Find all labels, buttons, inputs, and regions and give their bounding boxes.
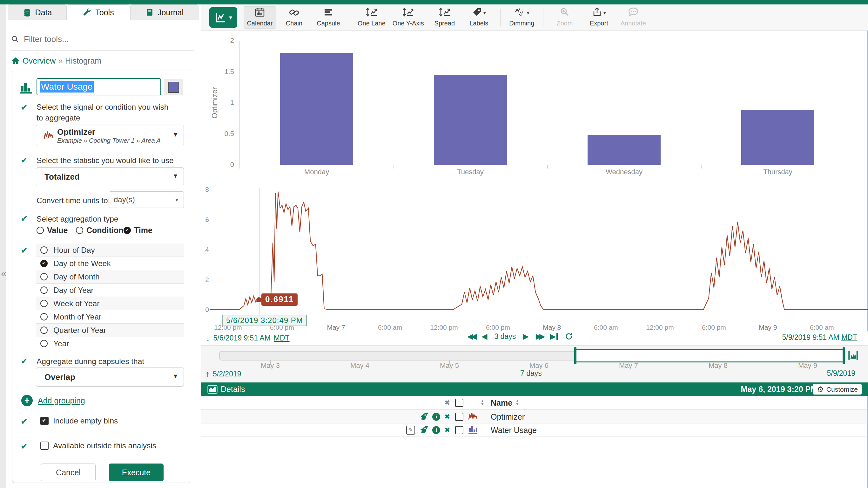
row-checkbox[interactable] bbox=[455, 426, 463, 434]
capsules-select[interactable]: Overlap ▾ bbox=[36, 368, 184, 386]
bin-option-quarter-of-year[interactable]: Quarter of Year bbox=[36, 324, 184, 337]
trend-x-tick-label: 12:00 pm bbox=[417, 324, 471, 331]
signal-select[interactable]: Optimizer Example » Cooling Tower 1 » Ar… bbox=[36, 125, 184, 146]
statistic-select[interactable]: Totalized ▾ bbox=[36, 167, 184, 186]
scrubber-handle-left[interactable] bbox=[574, 347, 577, 364]
step-back-icon[interactable]: ◀ bbox=[482, 332, 487, 341]
remove-item-icon[interactable]: ✖ bbox=[444, 426, 450, 434]
rocket-icon-button[interactable] bbox=[420, 425, 429, 435]
radio-circle-icon bbox=[40, 313, 48, 320]
view-mode-button[interactable]: ▾ bbox=[209, 7, 237, 28]
one-y-axis-icon bbox=[402, 7, 414, 19]
table-row-water-usage: ✎i✖Water UsageArea A bbox=[201, 424, 867, 437]
customize-button[interactable]: ⚙ Customize bbox=[813, 384, 862, 395]
capsule-time-icon[interactable] bbox=[848, 350, 859, 361]
radio-time[interactable]: Time bbox=[124, 226, 152, 235]
info-icon[interactable]: i bbox=[432, 426, 440, 434]
range-start-control[interactable]: ↓ 5/6/2019 9:51 AM MDT bbox=[206, 333, 290, 343]
include-empty-bins-checkbox[interactable]: Include empty bins bbox=[40, 417, 118, 425]
available-outside-checkbox[interactable]: Available outside this analysis bbox=[40, 441, 156, 450]
toolbar-dimming-button[interactable]: ▾Dimming bbox=[506, 6, 538, 29]
toolbar-one-lane-button[interactable]: One Lane bbox=[355, 6, 388, 29]
chevron-down-icon: ▾ bbox=[229, 14, 232, 21]
bar-axis-tick bbox=[240, 165, 240, 169]
cancel-button[interactable]: Cancel bbox=[41, 463, 96, 481]
trend-range-bar: ↓ 5/6/2019 9:51 AM MDT ◀◀ ◀ 3 days ▶ ▶▶ … bbox=[201, 331, 868, 345]
plus-circle-icon: + bbox=[21, 395, 33, 406]
details-timestamp: May 6, 2019 3:20 PM bbox=[741, 385, 817, 394]
toolbar-one-y-axis-button[interactable]: One Y-Axis bbox=[390, 6, 427, 29]
bin-option-month-of-year[interactable]: Month of Year bbox=[36, 310, 184, 324]
rocket-icon-button[interactable] bbox=[420, 412, 429, 422]
radio-condition[interactable]: Condition bbox=[76, 226, 124, 235]
range-duration[interactable]: 3 days bbox=[494, 332, 516, 341]
scrubber-handle-right[interactable] bbox=[843, 347, 845, 364]
bin-option-day-of-year[interactable]: Day of Year bbox=[36, 284, 184, 297]
range-start-timezone-link[interactable]: MDT bbox=[274, 334, 290, 342]
step-check-icon: ✔ bbox=[21, 356, 28, 366]
scrubber-selection[interactable] bbox=[576, 349, 844, 363]
toolbar-labels-button[interactable]: ▾Labels bbox=[463, 6, 495, 29]
radio-circle-icon bbox=[40, 286, 48, 294]
toolbar-calendar-button[interactable]: Calendar bbox=[244, 6, 276, 29]
toolbar-capsule-button[interactable]: Capsule bbox=[312, 6, 345, 29]
scrubber-tick-label: May 5 bbox=[427, 362, 472, 370]
bin-option-day-of-the-week[interactable]: Day of the Week bbox=[36, 257, 184, 270]
refresh-icon[interactable] bbox=[565, 332, 573, 341]
tab-tools[interactable]: Tools bbox=[67, 4, 130, 20]
trend-cursor-dot bbox=[256, 297, 261, 302]
tab-journal[interactable]: Journal bbox=[130, 4, 198, 20]
step-back-fast-icon[interactable]: ◀◀ bbox=[467, 332, 474, 341]
step-to-end-icon[interactable]: ▶ bbox=[550, 332, 558, 341]
tab-data[interactable]: Data bbox=[8, 4, 67, 20]
chevron-down-icon: ▾ bbox=[174, 372, 177, 380]
left-gutter bbox=[0, 4, 7, 488]
toolbar-chain-button[interactable]: Chain bbox=[278, 6, 310, 29]
row-checkbox[interactable] bbox=[455, 413, 463, 421]
bin-option-hour-of-day[interactable]: Hour of Day bbox=[36, 243, 184, 257]
trend-x-tick-label: 6:00 pm bbox=[471, 324, 525, 331]
range-step-controls: ◀◀ ◀ 3 days ▶ ▶▶ ▶ bbox=[467, 332, 573, 341]
scrubber-tick-label: May 6 bbox=[517, 362, 561, 370]
column-header-name[interactable]: Name bbox=[491, 398, 512, 408]
step-forward-fast-icon[interactable]: ▶▶ bbox=[536, 332, 543, 341]
select-all-checkbox[interactable] bbox=[455, 399, 463, 407]
range-end-timezone-link[interactable]: MDT bbox=[841, 333, 857, 341]
trend-x-tick-label: 6:00 am bbox=[795, 324, 849, 331]
trend-axis-line bbox=[201, 322, 868, 322]
investigate-start-control[interactable]: ↑ 5/2/2019 bbox=[206, 369, 241, 379]
toolbar-export-button[interactable]: ▾Export bbox=[583, 6, 615, 29]
step-forward-icon[interactable]: ▶ bbox=[523, 332, 528, 341]
execute-button[interactable]: Execute bbox=[109, 463, 163, 481]
toolbar-separator bbox=[350, 8, 350, 26]
histogram-name-input[interactable]: Water Usage bbox=[36, 78, 161, 95]
collapse-left-chevron-icon[interactable]: « bbox=[1, 269, 6, 278]
add-grouping-link[interactable]: + Add grouping bbox=[21, 395, 85, 406]
bin-option-week-of-year[interactable]: Week of Year bbox=[36, 297, 184, 310]
trend-series-optimizer bbox=[210, 188, 868, 322]
include-empty-bins-label: Include empty bins bbox=[53, 417, 118, 425]
breadcrumb-overview-link[interactable]: Overview bbox=[23, 56, 56, 65]
remove-item-icon[interactable]: ✖ bbox=[444, 413, 450, 421]
radio-checked-icon bbox=[40, 260, 48, 267]
range-end-control[interactable]: 5/9/2019 9:51 AM MDT bbox=[782, 333, 857, 342]
toolbar-spread-button[interactable]: Spread bbox=[429, 6, 461, 29]
radio-condition-label: Condition bbox=[86, 226, 124, 235]
signal-select-value: Optimizer bbox=[57, 127, 95, 137]
convert-units-select[interactable]: day(s) ▼ bbox=[109, 191, 184, 208]
spread-icon bbox=[439, 7, 451, 19]
database-icon bbox=[23, 8, 31, 17]
tab-tools-label: Tools bbox=[95, 8, 114, 17]
sort-icon[interactable]: ▲▼ bbox=[516, 400, 519, 406]
scrubber-duration: 7 days bbox=[520, 369, 542, 378]
bin-option-day-of-month[interactable]: Day of Month bbox=[36, 270, 184, 284]
bin-option-year[interactable]: Year bbox=[36, 337, 184, 350]
edit-icon[interactable]: ✎ bbox=[406, 426, 415, 435]
filter-tools-input[interactable] bbox=[23, 34, 177, 45]
sort-icon[interactable]: ▲▼ bbox=[480, 400, 484, 406]
radio-checked-icon bbox=[124, 227, 131, 234]
info-icon[interactable]: i bbox=[432, 413, 440, 421]
color-picker-button[interactable] bbox=[163, 79, 183, 95]
remove-all-icon[interactable]: ✖ bbox=[444, 399, 450, 407]
radio-value[interactable]: Value bbox=[36, 226, 68, 235]
